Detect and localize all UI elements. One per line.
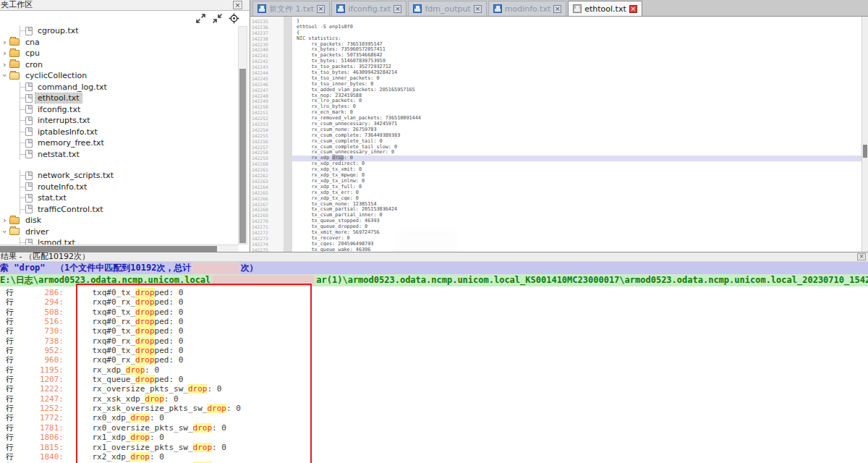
tree-item-disk[interactable]: ›disk xyxy=(0,215,238,226)
tab-fdm_output[interactable]: fdm_output× xyxy=(408,1,486,16)
close-icon[interactable]: × xyxy=(857,253,866,260)
tab-close-icon[interactable]: × xyxy=(317,5,325,13)
tab-close-icon[interactable]: × xyxy=(629,5,637,13)
chevron-collapsed-icon[interactable]: › xyxy=(0,38,9,47)
code-line: tx_recover: 0 xyxy=(292,236,861,242)
result-row[interactable]: 行960: rxq#0_rx_dropped: 0 xyxy=(0,355,868,365)
result-row[interactable]: 行1207: tx_queue_dropped: 0 xyxy=(0,375,868,384)
tree-item-label: stat.txt xyxy=(35,193,69,203)
tree-connector xyxy=(16,127,25,138)
result-line-number: 738: xyxy=(17,336,64,346)
result-row[interactable]: 行294: rxq#0_rx_dropped: 0 xyxy=(0,297,868,307)
tab-close-icon[interactable]: × xyxy=(393,5,401,13)
tree-item-ifconfig-txt[interactable]: ifconfig.txt xyxy=(0,104,238,116)
tab-新文件 1.txt[interactable]: 新文件 1.txt× xyxy=(252,1,330,16)
match-pre: rx_xsk_xdp_ xyxy=(73,394,145,404)
tree-item-cna[interactable]: ›cna xyxy=(0,37,238,48)
result-row[interactable]: 行730: txq#0_tx_dropped: 0 xyxy=(0,326,868,336)
result-row[interactable]: 行286: txq#0_tx_dropped: 0 xyxy=(0,288,868,297)
row-line-label: 行 xyxy=(6,307,17,317)
tree-connector xyxy=(16,237,25,245)
scrollbar-thumb[interactable] xyxy=(863,145,867,158)
line-number: 142266 xyxy=(250,196,284,202)
matched-file-path-line[interactable]: E:\日志\armod0523.odata.ncmp.unicom.locala… xyxy=(0,274,868,286)
result-row[interactable]: 行1781: rx0_oversize_pkts_sw_drop: 0 xyxy=(0,423,868,433)
tab-modinfo.txt[interactable]: modinfo.txt× xyxy=(488,1,567,16)
result-text: txq#0_tx_dropped: 0 xyxy=(73,346,183,355)
tree-item-memory-free-txt[interactable]: memory_free.txt xyxy=(0,137,238,149)
tree-item-lsmod-txt[interactable]: lsmod.txt xyxy=(0,237,238,245)
search-summary-line[interactable]: 索 "drop" （1个文件中匹配到10192次，总计次） xyxy=(0,262,868,274)
tree-item-ethtool-txt[interactable]: ethtool.txt xyxy=(0,93,238,104)
tree-item-interrupts-txt[interactable]: interrupts.txt xyxy=(0,115,238,127)
chevron-collapsed-icon[interactable]: › xyxy=(0,216,9,225)
collapse-all-icon[interactable] xyxy=(212,13,223,24)
chevron-collapsed-icon[interactable]: › xyxy=(0,48,9,58)
tree-horizontal-scrollbar[interactable] xyxy=(0,245,238,252)
close-icon[interactable]: × xyxy=(233,1,242,9)
scrollbar-thumb[interactable] xyxy=(0,246,217,252)
tree-item-command-log-txt[interactable]: command_log.txt xyxy=(0,82,238,93)
line-number: 142260 xyxy=(250,161,284,167)
result-row[interactable]: 行1806: rx1_xdp_drop: 0 xyxy=(0,433,868,442)
result-row[interactable]: 行508: txq#0_tx_dropped: 0 xyxy=(0,307,868,317)
result-row[interactable]: 行1815: rx1_oversize_pkts_sw_drop: 0 xyxy=(0,443,868,452)
result-row[interactable]: 行1222: rx_oversize_pkts_sw_drop: 0 xyxy=(0,384,868,394)
path-text-post: ar(1)\armod0523.odata.ncmp.unicom.local_… xyxy=(316,275,868,285)
top-area: 夹工作区 × cgroup.txt›cna›cpu› xyxy=(0,0,868,252)
tree-item-trafficControl-txt[interactable]: trafficControl.txt xyxy=(0,204,238,216)
line-number: 142238 xyxy=(250,36,284,42)
summary-text-pre: 索 "drop" （1个文件中匹配到10192次，总计 xyxy=(0,263,191,273)
result-row[interactable]: 行1252: rx_xsk_oversize_pkts_sw_drop: 0 xyxy=(0,404,868,413)
result-row[interactable]: 行1772: rx0_xdp_drop: 0 xyxy=(0,413,868,422)
file-icon xyxy=(25,139,33,148)
tab-close-icon[interactable]: × xyxy=(553,5,561,13)
match-highlight: drop xyxy=(207,404,226,413)
result-row[interactable]: 行952: txq#0_tx_dropped: 0 xyxy=(0,346,868,355)
tree-item-label: cyclicCollection xyxy=(23,71,89,80)
expand-all-icon[interactable] xyxy=(195,13,206,24)
locate-file-icon[interactable] xyxy=(229,13,239,24)
line-number: 142267 xyxy=(250,202,284,208)
tree-connector xyxy=(16,115,25,127)
scrollbar-thumb[interactable] xyxy=(239,69,246,243)
result-text: rxq#0_rx_dropped: 0 xyxy=(73,297,183,307)
tree-item-driver[interactable]: ›driver xyxy=(0,226,238,238)
tree-item-cgroup-txt[interactable]: cgroup.txt xyxy=(0,25,238,37)
result-row[interactable]: 行738: rxq#0_rx_dropped: 0 xyxy=(0,336,868,346)
editor-vertical-scrollbar[interactable] xyxy=(861,17,868,252)
tree-item-stat-txt[interactable]: stat.txt xyxy=(0,192,238,204)
tree-item-cron[interactable]: ›cron xyxy=(0,59,238,71)
tree-item-routeInfo-txt[interactable]: routeInfo.txt xyxy=(0,182,238,193)
tree-item-network-scripts-txt[interactable]: network_scripts.txt xyxy=(0,170,238,182)
tree-item-iptablesInfo-txt[interactable]: iptablesInfo.txt xyxy=(0,127,238,138)
tab-ethtool.txt[interactable]: ethtool.txt× xyxy=(568,1,642,16)
tree-item-cpu[interactable]: ›cpu xyxy=(0,48,238,59)
result-row[interactable]: 行1195: rx_xdp_drop: 0 xyxy=(0,365,868,375)
chevron-expanded-icon[interactable]: › xyxy=(0,227,9,237)
chevron-collapsed-icon[interactable]: › xyxy=(0,60,9,69)
tab-ifconfig.txt[interactable]: ifconfig.txt× xyxy=(331,1,407,16)
match-post: : 0 xyxy=(145,365,159,375)
code-line: } xyxy=(292,19,861,25)
row-line-label: 行 xyxy=(6,336,17,346)
tab-close-icon[interactable]: × xyxy=(474,5,482,13)
result-text: rx_xdp_drop: 0 xyxy=(73,365,159,375)
code-line: rx_xdp_tx_full: 0 xyxy=(292,184,861,190)
result-text: rxq#0_rx_dropped: 0 xyxy=(73,336,183,346)
editor-text-area[interactable]: 1422351422361422371422381422391422401422… xyxy=(250,17,868,252)
line-number: 142248 xyxy=(250,93,284,99)
row-line-label: 行 xyxy=(6,433,17,442)
tree-vertical-scrollbar[interactable] xyxy=(238,26,247,245)
line-number: 142263 xyxy=(250,179,284,184)
chevron-expanded-icon[interactable]: › xyxy=(0,71,9,80)
tree-item-cyclicCollection[interactable]: ›cyclicCollection xyxy=(0,70,238,82)
tree-item-netstat-txt[interactable]: netstat.txt xyxy=(0,149,238,161)
result-text: rx_xsk_xdp_drop: 0 xyxy=(73,394,179,404)
result-row[interactable]: 行1840: rx2_xdp_drop: 0 xyxy=(0,452,868,462)
match-pre: rx_oversize_pkts_sw_ xyxy=(73,384,188,394)
file-icon xyxy=(25,116,33,125)
result-row[interactable]: 行1247: rx_xsk_xdp_drop: 0 xyxy=(0,394,868,404)
result-row[interactable]: 行516: rxq#0_rx_dropped: 0 xyxy=(0,317,868,326)
open-folder-icon xyxy=(9,228,20,235)
